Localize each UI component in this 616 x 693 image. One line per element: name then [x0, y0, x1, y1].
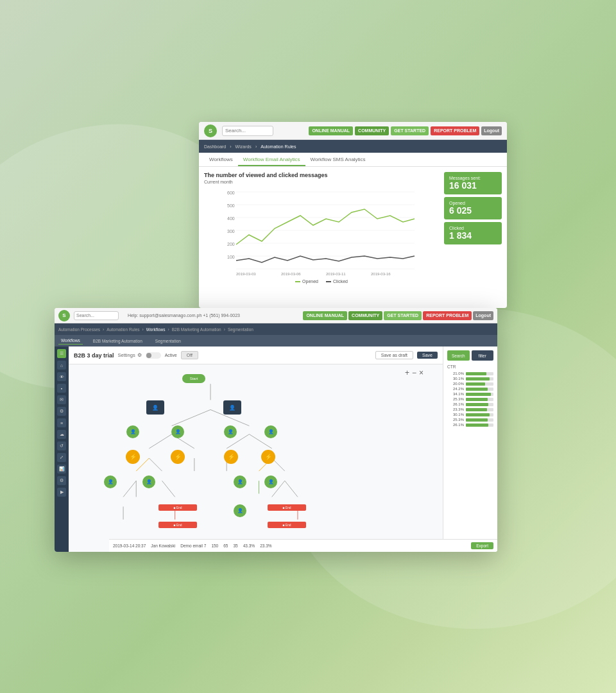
subnav-b2b[interactable]: B2B Marketing Automation: [90, 338, 145, 345]
green-node-2[interactable]: 👤: [171, 425, 184, 438]
report-problem-btn[interactable]: REPORT PROBLEM: [431, 126, 479, 135]
logout-btn-front[interactable]: Logout: [473, 311, 493, 320]
green-node-4[interactable]: 👤: [264, 425, 277, 438]
end-node-1[interactable]: ■ End: [158, 504, 197, 511]
logout-btn[interactable]: Logout: [481, 126, 502, 135]
off-button[interactable]: Off: [181, 351, 198, 359]
condition-node-3[interactable]: ⚡: [224, 450, 238, 464]
bottom-date: 2019-03-14 20:37: [113, 543, 146, 548]
action-node-1[interactable]: 👤: [146, 400, 164, 415]
report-problem-btn-front[interactable]: REPORT PROBLEM: [423, 311, 472, 320]
get-started-btn-front[interactable]: GET STARTED: [384, 311, 422, 320]
online-manual-btn-front[interactable]: ONLINE MANUAL: [303, 311, 347, 320]
green-node-1[interactable]: 👤: [126, 425, 139, 438]
sidebar-icon-play[interactable]: ▶: [57, 488, 66, 497]
condition-node-1[interactable]: ⚡: [126, 450, 140, 464]
ctr-value-0: 21.0%: [447, 372, 464, 375]
sidebar-icon-chart[interactable]: 📊: [57, 465, 66, 474]
ctr-row: 24.2%: [447, 387, 493, 391]
filter-btn[interactable]: filter: [472, 350, 494, 361]
nav-buttons-front: ONLINE MANUAL COMMUNITY GET STARTED REPO…: [303, 311, 493, 320]
ctr-row: 20.0%: [447, 382, 493, 386]
ctr-bar-fill-9: [466, 418, 488, 422]
community-btn-front[interactable]: COMMUNITY: [348, 311, 382, 320]
sidebar-icon-cloud[interactable]: ☁: [57, 430, 66, 439]
ctr-bar-4: [466, 393, 493, 396]
subnav-front: Workflows B2B Marketing Automation Segme…: [55, 335, 497, 346]
close-canvas-icon[interactable]: ×: [419, 368, 424, 377]
ctr-row: 26.1%: [447, 423, 493, 427]
breadcrumb-wizards[interactable]: Wizards: [235, 144, 252, 149]
ctr-value-9: 25.3%: [447, 418, 464, 422]
sidebar-icon-home[interactable]: ⌂: [57, 361, 66, 370]
bc-segmentation[interactable]: Segmentation: [228, 327, 253, 332]
green-node-5[interactable]: 👤: [104, 475, 117, 488]
tab-sms-analytics[interactable]: Workflow SMS Analytics: [305, 154, 371, 166]
search-btn[interactable]: Search: [447, 350, 470, 361]
ctr-bar-fill-7: [466, 408, 487, 411]
sidebar-icon-share[interactable]: ⤢: [57, 453, 66, 462]
save-draft-button[interactable]: Save as draft: [375, 351, 413, 359]
sidebar-icon-box[interactable]: ▪: [57, 384, 66, 393]
get-started-btn[interactable]: GET STARTED: [391, 126, 429, 135]
opened-label: Opened: [449, 201, 497, 205]
bc-automation[interactable]: Automation Processes: [58, 327, 100, 332]
end-node-2[interactable]: ■ End: [158, 522, 197, 528]
sidebar-icon-tool[interactable]: ⚙: [57, 407, 66, 416]
ctr-value-1: 30.1%: [447, 377, 464, 381]
active-toggle[interactable]: [146, 352, 161, 359]
action-node-2[interactable]: 👤: [223, 400, 241, 415]
ctr-row: 21.0%: [447, 372, 493, 375]
ctr-row: 25.3%: [447, 418, 493, 422]
ctr-bar-3: [466, 388, 493, 391]
sidebar-icon-menu[interactable]: ☰: [57, 349, 66, 358]
export-button[interactable]: Export: [471, 542, 493, 549]
green-node-6[interactable]: 👤: [142, 475, 155, 488]
sidebar-icon-list[interactable]: ≡: [57, 418, 66, 427]
condition-node-2[interactable]: ⚡: [171, 450, 185, 464]
tab-email-analytics[interactable]: Workflow Email Analytics: [238, 154, 305, 166]
messages-sent-value: 16 031: [449, 180, 497, 191]
green-node-bottom[interactable]: 👤: [234, 504, 246, 517]
community-btn[interactable]: COMMUNITY: [355, 126, 389, 135]
green-node-3[interactable]: 👤: [224, 425, 237, 438]
search-input-front[interactable]: [74, 311, 119, 320]
subnav-segmentation[interactable]: Segmentation: [153, 338, 184, 345]
green-node-7[interactable]: 👤: [234, 475, 246, 488]
start-node[interactable]: Start: [182, 374, 205, 383]
sidebar-icon-refresh[interactable]: ↺: [57, 441, 66, 450]
bottom-val-2: 65: [223, 543, 228, 548]
svg-line-28: [123, 481, 136, 497]
tab-workflows[interactable]: Workflows: [204, 154, 238, 166]
breadcrumb-dashboard[interactable]: Dashboard: [204, 144, 226, 149]
workflow-title: B2B 3 day trial: [74, 352, 114, 359]
end-node-3[interactable]: ■ End: [268, 504, 306, 511]
ctr-bar-2: [466, 382, 493, 386]
bc-workflows[interactable]: Workflows: [146, 327, 166, 332]
svg-text:2019-03-06: 2019-03-06: [281, 272, 301, 276]
legend-opened-color: [295, 281, 300, 282]
bc-rules[interactable]: Automation Rules: [107, 327, 139, 332]
workflow-canvas[interactable]: Start 👤 👤 👤 👤 👤: [69, 364, 443, 552]
legend-clicked: Clicked: [326, 279, 348, 284]
sidebar-icon-gear[interactable]: ⚙: [57, 476, 66, 485]
subnav-workflows[interactable]: Workflows: [58, 337, 83, 345]
breadcrumb-automation-rules[interactable]: Automation Rules: [261, 144, 296, 149]
end-node-4[interactable]: ■ End: [268, 522, 306, 528]
ctr-row: 23.3%: [447, 407, 493, 411]
sidebar-icon-mail[interactable]: ✉: [57, 395, 66, 404]
svg-line-25: [149, 458, 162, 471]
ctr-bar-9: [466, 418, 493, 422]
chart-area: The number of viewed and clicked message…: [204, 172, 439, 303]
online-manual-btn[interactable]: ONLINE MANUAL: [309, 126, 353, 135]
bc-b2b[interactable]: B2B Marketing Automation: [172, 327, 221, 332]
green-node-8[interactable]: 👤: [264, 475, 277, 488]
save-button[interactable]: Save: [417, 352, 438, 359]
logo-back: S: [204, 124, 217, 137]
search-input-back[interactable]: [222, 126, 273, 136]
condition-node-4[interactable]: ⚡: [261, 450, 275, 464]
sidebar-icon-eye[interactable]: 👁: [57, 372, 66, 381]
ctr-row: 26.1%: [447, 402, 493, 406]
zoom-in-icon[interactable]: +: [405, 368, 409, 377]
zoom-out-icon[interactable]: −: [412, 368, 416, 377]
